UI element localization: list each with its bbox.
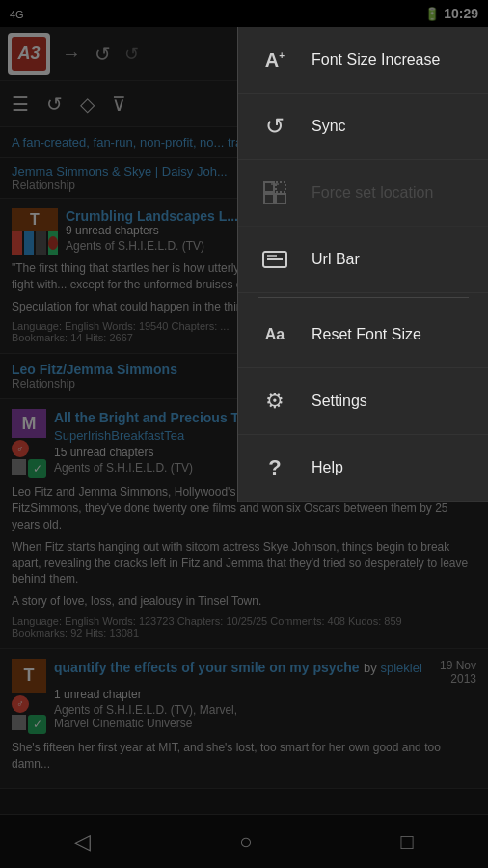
help-icon: ? — [258, 450, 292, 485]
menu-item-url-bar[interactable]: Url Bar — [238, 227, 488, 293]
settings-icon: ⚙ — [258, 384, 292, 419]
dropdown-menu: A+ Font Size Increase ↺ Sync Force set l… — [237, 27, 488, 502]
font-size-increase-label: Font Size Increase — [312, 51, 440, 68]
reset-font-size-label: Reset Font Size — [312, 326, 421, 343]
settings-label: Settings — [312, 393, 367, 410]
menu-item-help[interactable]: ? Help — [238, 435, 488, 502]
url-bar-icon — [258, 242, 292, 277]
help-label: Help — [312, 459, 343, 476]
menu-divider — [258, 297, 469, 298]
menu-item-font-size-increase[interactable]: A+ Font Size Increase — [238, 27, 488, 94]
force-set-location-icon — [258, 176, 292, 210]
url-bar-label: Url Bar — [312, 251, 360, 268]
sync-label: Sync — [312, 118, 346, 135]
menu-item-settings[interactable]: ⚙ Settings — [238, 368, 488, 435]
menu-item-reset-font-size[interactable]: Aa Reset Font Size — [238, 302, 488, 368]
force-set-location-label: Force set location — [312, 184, 433, 202]
font-size-increase-icon: A+ — [258, 42, 292, 77]
svg-rect-3 — [276, 194, 285, 203]
menu-item-sync[interactable]: ↺ Sync — [238, 94, 488, 160]
reset-font-size-icon: Aa — [258, 317, 292, 352]
sync-icon: ↺ — [258, 109, 292, 144]
menu-item-force-set-location[interactable]: Force set location — [238, 160, 488, 227]
svg-rect-2 — [264, 194, 274, 203]
